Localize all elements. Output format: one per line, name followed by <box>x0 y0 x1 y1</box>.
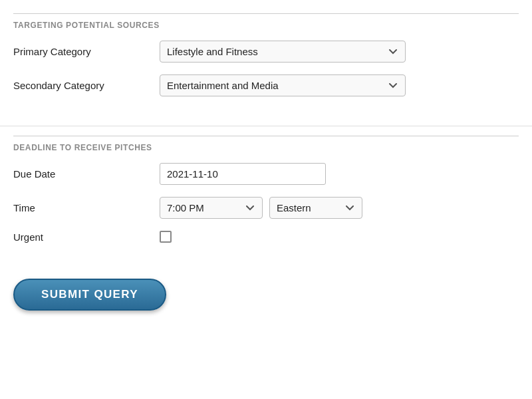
targeting-section: TARGETING POTENTIAL SOURCES Primary Cate… <box>0 7 532 122</box>
time-row: Time 6:00 AM 7:00 AM 8:00 AM 9:00 AM 10:… <box>13 197 519 219</box>
submit-area: SUBMIT QUERY <box>0 272 532 311</box>
time-label: Time <box>13 202 160 213</box>
time-controls: 6:00 AM 7:00 AM 8:00 AM 9:00 AM 10:00 AM… <box>160 197 362 219</box>
due-date-label: Due Date <box>13 168 160 180</box>
deadline-section-title: DEADLINE TO RECEIVE PITCHES <box>13 136 519 152</box>
secondary-category-select[interactable]: Entertainment and Media Lifestyle and Fi… <box>160 74 406 96</box>
due-date-input[interactable] <box>160 163 326 185</box>
primary-category-select[interactable]: Lifestyle and Fitness Entertainment and … <box>160 41 406 63</box>
targeting-section-title: TARGETING POTENTIAL SOURCES <box>13 13 519 30</box>
urgent-checkbox[interactable] <box>160 231 172 243</box>
secondary-category-row: Secondary Category Entertainment and Med… <box>13 74 519 96</box>
secondary-category-label: Secondary Category <box>13 80 160 91</box>
primary-category-row: Primary Category Lifestyle and Fitness E… <box>13 41 519 63</box>
deadline-section: DEADLINE TO RECEIVE PITCHES Due Date Tim… <box>0 129 532 268</box>
primary-category-label: Primary Category <box>13 46 160 57</box>
timezone-select[interactable]: Eastern Central Mountain Pacific <box>269 197 362 219</box>
urgent-row: Urgent <box>13 231 519 243</box>
urgent-label: Urgent <box>13 231 160 243</box>
time-select[interactable]: 6:00 AM 7:00 AM 8:00 AM 9:00 AM 10:00 AM… <box>160 197 263 219</box>
submit-query-button[interactable]: SUBMIT QUERY <box>13 279 166 311</box>
due-date-row: Due Date <box>13 163 519 185</box>
section-divider <box>0 126 532 126</box>
